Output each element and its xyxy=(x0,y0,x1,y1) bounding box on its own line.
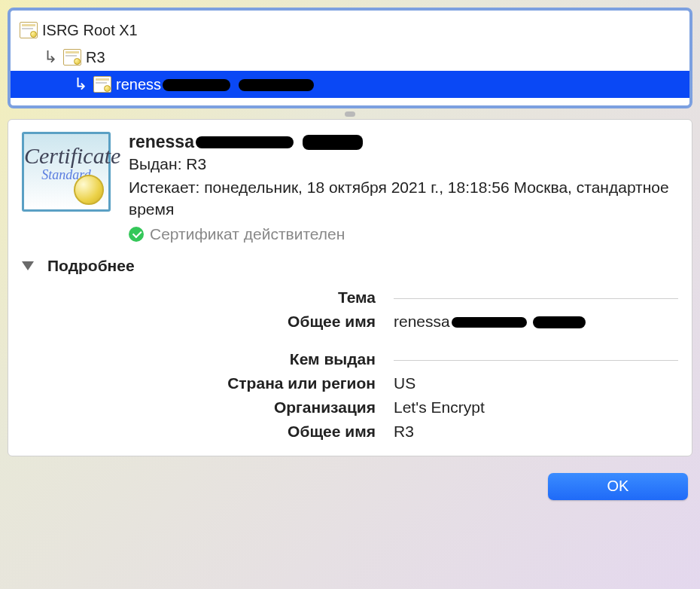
issuer-cn-label: Общее имя xyxy=(22,423,376,441)
certificate-chain[interactable]: ISRG Root X1 ↳ R3 ↳ reness xyxy=(8,8,692,108)
ok-button[interactable]: OK xyxy=(548,473,688,500)
certificate-icon xyxy=(20,22,38,38)
pane-splitter[interactable] xyxy=(8,108,692,119)
section-heading-subject: Тема xyxy=(22,288,376,307)
section-heading-issuer: Кем выдан xyxy=(22,350,376,368)
issuer-cn-value: R3 xyxy=(394,423,678,441)
expires: Истекает: понедельник, 18 октября 2021 г… xyxy=(129,176,678,221)
redacted-text xyxy=(533,316,586,328)
certificate-icon xyxy=(93,76,111,93)
disclosure-label: Подробнее xyxy=(47,257,135,275)
certificate-details: Certificate Standard renessa Выдан: R3 И… xyxy=(8,119,692,456)
divider xyxy=(394,298,678,299)
dialog-buttons: OK xyxy=(8,473,692,500)
certificate-title-visible: renessa xyxy=(129,132,194,152)
issuer-org-value: Let's Encrypt xyxy=(394,398,678,417)
child-arrow-icon: ↳ xyxy=(44,47,57,67)
certificate-large-icon: Certificate Standard xyxy=(22,132,111,212)
details-disclosure[interactable]: Подробнее xyxy=(22,257,678,275)
disclosure-triangle-icon xyxy=(22,261,34,270)
child-arrow-icon: ↳ xyxy=(74,75,87,94)
redacted-text xyxy=(163,79,230,91)
issuer-org-label: Организация xyxy=(22,398,376,417)
checkmark-icon xyxy=(129,227,144,242)
redacted-text xyxy=(239,79,314,91)
details-table: Тема Общее имя renessa Кем выдан Страна … xyxy=(22,288,678,441)
validity-status: Сертификат действителен xyxy=(129,225,678,243)
chain-label-root: ISRG Root X1 xyxy=(42,22,138,39)
subject-cn-label: Общее имя xyxy=(22,313,376,331)
chain-row-root[interactable]: ISRG Root X1 xyxy=(11,17,689,44)
issued-by: Выдан: R3 xyxy=(129,155,678,173)
redacted-text xyxy=(303,135,363,150)
splitter-handle-icon xyxy=(345,111,355,117)
issuer-country-label: Страна или регион xyxy=(22,374,376,392)
chain-label-intermediate: R3 xyxy=(86,49,105,66)
certificate-title: renessa xyxy=(129,132,678,152)
certificate-icon xyxy=(63,49,81,66)
divider xyxy=(394,360,678,361)
chain-label-leaf: reness xyxy=(116,76,314,93)
subject-cn-value: renessa xyxy=(394,313,678,331)
validity-label: Сертификат действителен xyxy=(150,225,345,243)
chain-leaf-visible: reness xyxy=(116,76,161,93)
subject-cn-visible: renessa xyxy=(394,313,450,330)
chain-row-leaf[interactable]: ↳ reness xyxy=(11,71,689,98)
redacted-text xyxy=(196,136,294,148)
chain-row-intermediate[interactable]: ↳ R3 xyxy=(11,44,689,71)
redacted-text xyxy=(452,317,527,328)
issuer-country-value: US xyxy=(394,374,678,392)
